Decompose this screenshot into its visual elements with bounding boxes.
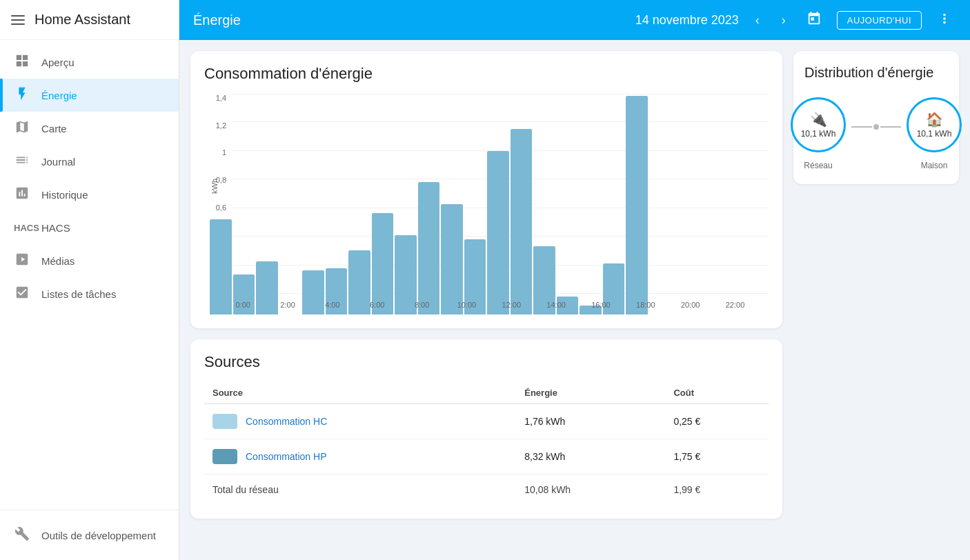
sources-card: Sources Source Énergie Coût (190, 339, 782, 519)
sidebar-item-medias[interactable]: Médias (0, 244, 179, 277)
sidebar-label-medias: Médias (41, 255, 75, 267)
sidebar-label-taches: Listes de tâches (41, 288, 116, 300)
chart-bar[interactable] (210, 219, 232, 314)
sidebar-label-apercu: Aperçu (41, 57, 75, 68)
maison-circle: 🏠 10,1 kWh (907, 97, 962, 152)
sidebar-nav: Aperçu Énergie Carte Journal (0, 40, 179, 510)
sidebar-item-outils[interactable]: Outils de développement (0, 519, 179, 552)
sidebar-label-historique: Historique (41, 189, 88, 201)
table-row: Consommation HP 8,32 kWh 1,75 € (204, 439, 769, 474)
tasks-icon (14, 285, 30, 303)
chart-bar[interactable] (626, 96, 648, 314)
bolt-icon (14, 86, 30, 105)
current-date: 14 novembre 2023 (635, 13, 739, 28)
sources-title: Sources (204, 353, 769, 371)
total-row: Total du réseau 10,08 kWh 1,99 € (204, 474, 769, 506)
total-label: Total du réseau (204, 474, 516, 506)
chart-x-axis: 0:00 2:00 4:00 6:00 8:00 10:00 12:00 (232, 295, 769, 314)
content-area: Consommation d'énergie 1,4 1,2 1 0,8 0,6… (179, 40, 970, 560)
topbar: Énergie 14 novembre 2023 ‹ › AUJOURD'HUI (179, 0, 970, 40)
chart-bars (204, 94, 769, 314)
reseau-node: 🔌 10,1 kWh Réseau (791, 97, 846, 170)
source-hp-energy[interactable]: 8,32 kWh (516, 439, 665, 474)
table-row: Consommation HC 1,76 kWh 0,25 € (204, 404, 769, 439)
source-hp-name[interactable]: Consommation HP (246, 451, 327, 462)
source-hp-color (212, 449, 237, 464)
grid-icon (14, 53, 30, 72)
more-options-button[interactable] (933, 7, 956, 34)
main-area: Énergie 14 novembre 2023 ‹ › AUJOURD'HUI… (179, 0, 970, 560)
sidebar-label-outils: Outils de développement (41, 530, 156, 541)
maison-label: Maison (921, 161, 948, 170)
sidebar-label-carte: Carte (41, 123, 67, 134)
sidebar: Home Assistant Aperçu Énergie Carte (0, 0, 179, 560)
historique-icon (14, 186, 30, 204)
next-date-button[interactable]: › (776, 11, 791, 29)
calendar-button[interactable] (802, 7, 826, 34)
sidebar-item-hacs[interactable]: HACS HACS (0, 211, 179, 244)
maison-node: 🏠 10,1 kWh Maison (907, 97, 962, 170)
sidebar-item-historique[interactable]: Historique (0, 178, 179, 211)
source-hc-color (212, 414, 237, 429)
right-column: Distribution d'énergie 🔌 10,1 kWh Réseau (793, 51, 959, 549)
play-icon (14, 252, 30, 270)
maison-value: 10,1 kWh (917, 129, 952, 139)
page-title: Énergie (193, 12, 624, 28)
prev-date-button[interactable]: ‹ (750, 11, 765, 29)
map-icon (14, 119, 30, 138)
chart-bar[interactable] (487, 151, 509, 314)
hacs-icon: HACS (14, 223, 30, 233)
chart-bar[interactable] (511, 129, 533, 314)
col-energy: Énergie (516, 382, 665, 404)
maison-icon: 🏠 (926, 111, 943, 128)
source-hc-energy[interactable]: 1,76 kWh (516, 404, 665, 439)
sidebar-item-energie[interactable]: Énergie (0, 79, 179, 112)
sources-table: Source Énergie Coût Consommation HC (204, 382, 769, 505)
sidebar-title: Home Assistant (34, 12, 130, 28)
col-source: Source (204, 382, 516, 404)
left-column: Consommation d'énergie 1,4 1,2 1 0,8 0,6… (190, 51, 782, 549)
total-cost: 1,99 € (665, 474, 769, 506)
chart-container: 1,4 1,2 1 0,8 0,6 0,4 0,2 0 kWh (204, 94, 769, 314)
source-hp-cost[interactable]: 1,75 € (665, 439, 769, 474)
sidebar-item-apercu[interactable]: Aperçu (0, 46, 179, 79)
sidebar-label-hacs: HACS (41, 222, 70, 234)
reseau-value: 10,1 kWh (801, 129, 836, 139)
total-energy: 10,08 kWh (516, 474, 665, 506)
col-cost: Coût (665, 382, 769, 404)
today-button[interactable]: AUJOURD'HUI (837, 11, 922, 30)
sidebar-item-journal[interactable]: Journal (0, 145, 179, 178)
reseau-icon: 🔌 (810, 111, 827, 128)
sidebar-footer: Outils de développement (0, 510, 179, 560)
hamburger-icon[interactable] (11, 15, 25, 25)
source-hc-name[interactable]: Consommation HC (246, 416, 327, 427)
tools-icon (14, 526, 30, 545)
reseau-circle: 🔌 10,1 kWh (791, 97, 846, 152)
sidebar-item-taches[interactable]: Listes de tâches (0, 277, 179, 310)
sidebar-label-journal: Journal (41, 156, 75, 168)
chart-card: Consommation d'énergie 1,4 1,2 1 0,8 0,6… (190, 51, 782, 328)
sidebar-item-carte[interactable]: Carte (0, 112, 179, 145)
sidebar-label-energie: Énergie (41, 90, 77, 101)
chart-title: Consommation d'énergie (204, 65, 769, 83)
distribution-card: Distribution d'énergie 🔌 10,1 kWh Réseau (793, 51, 959, 184)
sidebar-header: Home Assistant (0, 0, 179, 40)
distribution-connector (851, 124, 901, 130)
distribution-nodes: 🔌 10,1 kWh Réseau 🏠 (804, 97, 948, 170)
source-hc-cost: 0,25 € (665, 404, 769, 439)
reseau-label: Réseau (804, 161, 832, 170)
list-icon (14, 152, 30, 171)
distribution-title: Distribution d'énergie (804, 65, 933, 81)
